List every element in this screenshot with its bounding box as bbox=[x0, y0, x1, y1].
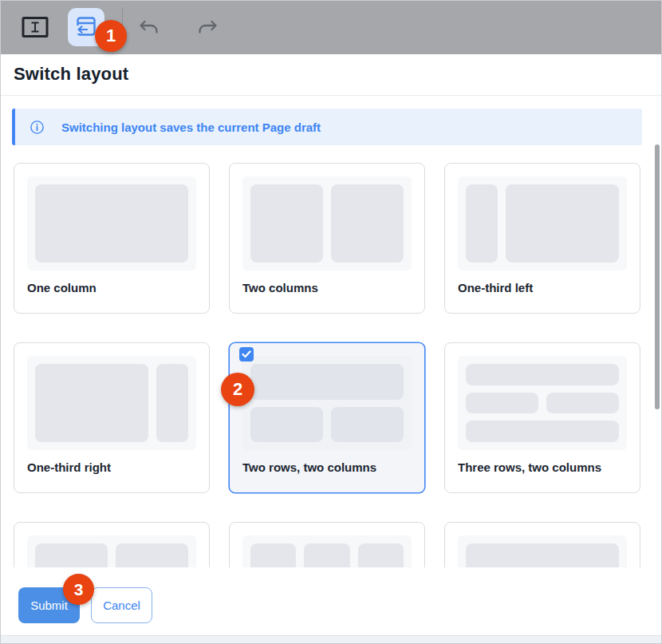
layout-card-label: One column bbox=[27, 281, 196, 294]
layout-card[interactable]: One-third right bbox=[14, 342, 210, 493]
layout-preview-block bbox=[331, 184, 404, 263]
layout-card[interactable]: One-third left bbox=[444, 163, 640, 314]
layout-preview-block bbox=[466, 421, 619, 442]
undo-button[interactable] bbox=[138, 18, 162, 39]
dialog-header: Switch layout bbox=[1, 54, 661, 96]
layout-preview-block bbox=[466, 364, 619, 385]
text-field-button[interactable] bbox=[22, 16, 49, 38]
layout-preview-block bbox=[35, 184, 188, 263]
layout-card-label: Three rows, two columns bbox=[458, 460, 627, 474]
step-badge-1: 1 bbox=[95, 20, 127, 52]
layout-preview-block bbox=[250, 407, 323, 443]
layout-card[interactable]: Two rows, two columns bbox=[229, 342, 425, 493]
layout-preview-block bbox=[546, 393, 619, 414]
redo-button[interactable] bbox=[195, 18, 219, 39]
scrollbar-thumb[interactable] bbox=[655, 144, 660, 409]
dialog-footer: Submit Cancel bbox=[1, 567, 661, 635]
step-badge-2: 2 bbox=[221, 373, 254, 406]
layout-preview bbox=[458, 176, 627, 271]
layout-preview-block bbox=[35, 364, 148, 442]
layout-card[interactable]: One column bbox=[14, 163, 210, 314]
layout-preview-block bbox=[156, 364, 188, 442]
layout-preview bbox=[27, 356, 196, 450]
cancel-button[interactable]: Cancel bbox=[91, 587, 152, 623]
page-background-strip bbox=[1, 635, 661, 644]
switch-layout-dialog: 1 2 3 Switch layout Switching layout sav… bbox=[0, 0, 662, 644]
info-banner-text: Switching layout saves the current Page … bbox=[61, 121, 321, 134]
text-field-icon bbox=[22, 29, 49, 41]
redo-icon bbox=[195, 27, 219, 39]
layout-preview bbox=[27, 176, 196, 271]
layout-preview-block bbox=[466, 393, 538, 414]
layout-card-label: Two rows, two columns bbox=[242, 460, 412, 474]
layout-preview-block bbox=[331, 407, 404, 443]
layout-preview-block bbox=[250, 184, 323, 263]
layout-card-label: One-third left bbox=[458, 281, 627, 294]
layout-preview-block bbox=[250, 364, 404, 400]
undo-icon bbox=[138, 27, 162, 39]
layout-preview-block bbox=[466, 184, 498, 263]
layout-preview bbox=[242, 176, 412, 271]
step-badge-3: 3 bbox=[63, 574, 94, 605]
layout-card[interactable]: Two columns bbox=[229, 163, 425, 314]
layout-card-label: One-third right bbox=[27, 460, 196, 474]
selected-checkbox[interactable] bbox=[239, 347, 254, 362]
layout-preview bbox=[458, 356, 627, 450]
info-icon bbox=[30, 120, 45, 135]
info-banner: Switching layout saves the current Page … bbox=[12, 109, 642, 145]
layout-card-label: Two columns bbox=[242, 281, 412, 294]
layout-preview-block bbox=[506, 184, 619, 263]
layout-preview bbox=[242, 356, 412, 450]
layout-card[interactable]: Three rows, two columns bbox=[444, 342, 640, 493]
dialog-title: Switch layout bbox=[14, 64, 128, 85]
